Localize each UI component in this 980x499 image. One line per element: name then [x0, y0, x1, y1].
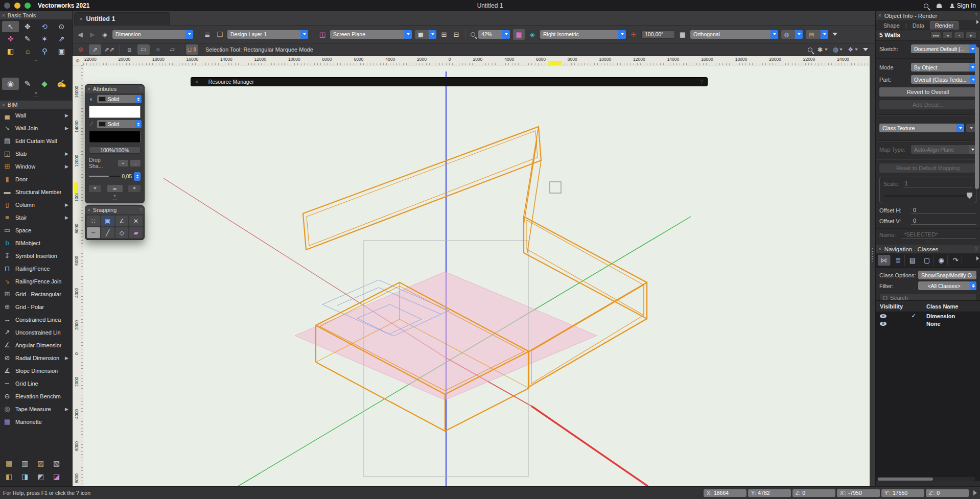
pen-color-swatch[interactable] — [89, 131, 141, 143]
render-settings-button[interactable]: ◍ — [833, 46, 843, 53]
overflow-chevron-icon[interactable] — [863, 48, 868, 51]
snap-to-tangent-button[interactable]: ╱ — [101, 227, 114, 238]
rectangular-marquee-mode-icon[interactable]: ▭ — [137, 44, 150, 55]
unified-view-button[interactable]: ▦ — [513, 29, 525, 40]
fill-color-swatch[interactable] — [89, 106, 141, 118]
shell-tool-button[interactable]: ◨ — [17, 470, 33, 482]
link-markers-button[interactable]: ∞ — [107, 185, 123, 192]
bim-tool-item[interactable]: ↘ Railing/Fence Join ▶ — [0, 275, 72, 288]
render-style-dropdown[interactable]: ▤ — [806, 30, 828, 39]
multiple-reshape-mode-icon[interactable]: ⇗⇗ — [103, 44, 115, 55]
settings-menu-button[interactable]: ✱ — [818, 46, 828, 54]
maximize-window-button[interactable] — [25, 3, 31, 9]
help-icon[interactable]: ? — [700, 79, 703, 85]
sheet-layers-tab-icon[interactable]: ▤ — [906, 255, 919, 266]
standard-view-dropdown[interactable]: Right Isometric — [540, 30, 626, 39]
visibility-cell[interactable] — [876, 321, 904, 327]
bim-tool-item[interactable]: ▮ Door ▶ — [0, 173, 72, 185]
close-icon[interactable]: × — [87, 207, 90, 213]
sketch-dropdown[interactable]: Document Default (... — [911, 44, 976, 53]
transfer-attributes-button[interactable]: ✍ — [53, 78, 70, 90]
view-style-mini-dropdown[interactable]: ▩ — [415, 30, 436, 39]
saved-views-icon[interactable]: ◈ — [100, 31, 109, 38]
shell-tool-button[interactable]: ▥ — [17, 457, 33, 469]
eye-icon[interactable] — [880, 322, 886, 326]
palette-resize-handle[interactable]: ⋯ — [876, 240, 980, 244]
bim-tool-item[interactable]: ▭ Space ▶ — [0, 224, 72, 236]
class-name-cell[interactable]: Dimension — [923, 313, 980, 319]
expand-arrow-icon[interactable] — [973, 490, 977, 495]
coordinate-field[interactable]: Y': 17550 — [881, 489, 924, 497]
mode-dropdown[interactable]: By Object — [911, 63, 976, 72]
tab-render[interactable]: Render — [930, 21, 959, 30]
minimize-icon[interactable]: − — [202, 79, 205, 85]
help-icon[interactable]: ? — [974, 246, 977, 252]
camera-tool-button[interactable]: ▣ — [53, 45, 70, 57]
forward-arrow-icon[interactable]: ▶ — [88, 31, 97, 38]
lasso-marquee-mode-icon[interactable]: ○ — [152, 44, 164, 55]
flyout-arrow-icon[interactable] — [976, 20, 979, 24]
bim-tool-item[interactable]: ↧ Symbol Insertion ▶ — [0, 249, 72, 262]
bim-tool-item[interactable]: ⊓ Railing/Fence ▶ — [0, 262, 72, 275]
bim-tool-item[interactable]: ↘ Wall Join ▶ — [0, 122, 72, 134]
panel-vertical-scrollbar[interactable] — [975, 47, 979, 189]
start-marker-dropdown[interactable] — [89, 185, 101, 192]
active-layer-dropdown[interactable]: Design Layer-1 — [227, 30, 308, 39]
close-icon[interactable]: × — [2, 13, 5, 18]
class-options-dropdown[interactable]: Show/Snap/Modify O... — [918, 271, 976, 279]
tab-shape[interactable]: Shape — [879, 21, 904, 30]
end-marker-dropdown[interactable] — [128, 185, 141, 192]
viewports-tab-icon[interactable]: ▢ — [921, 255, 934, 266]
bim-tool-item[interactable]: b BIMobject ▶ — [0, 236, 72, 249]
rotation-angle-field[interactable]: 100,00° — [641, 30, 675, 39]
revert-to-overall-button[interactable]: Revert to Overall — [879, 87, 976, 97]
horizontal-ruler[interactable]: 2200020000180001600014000120001000080006… — [83, 56, 870, 65]
bim-tool-item[interactable]: ⊕ Grid - Polar ▶ — [0, 300, 72, 313]
part-dropdown[interactable]: Overall (Class Textu... — [911, 75, 976, 84]
navigation-header[interactable]: × Navigation - Classes ? — [876, 245, 980, 253]
eye-icon[interactable] — [880, 314, 886, 318]
eyedropper-pickup-button[interactable]: ◉ — [2, 78, 19, 90]
design-layers-tab-icon[interactable]: ≣ — [892, 255, 905, 266]
visualization-tool-button[interactable]: ⌂ — [19, 45, 36, 57]
coordinate-field[interactable]: Z: 0 — [792, 489, 835, 497]
render-magnifier-icon[interactable] — [808, 47, 812, 52]
drop-shadow-settings-button[interactable]: … — [130, 160, 141, 167]
wall-selection-mode-icon[interactable]: ⊔⇕ — [186, 44, 198, 55]
back-arrow-icon[interactable]: ◀ — [76, 31, 85, 38]
object-info-header[interactable]: × Object Info - Render ? — [876, 11, 980, 20]
bim-tool-item[interactable]: ⊞ Window ▶ — [0, 160, 72, 173]
bim-tool-item[interactable]: ◱ Slab ▶ — [0, 147, 72, 160]
shell-tool-button[interactable]: ▤ — [1, 457, 17, 469]
document-tab[interactable]: × Untitled 1 — [74, 12, 170, 25]
stepper-icon[interactable] — [134, 172, 141, 181]
flyout-arrow-icon[interactable] — [976, 256, 979, 260]
visibility-column-header[interactable]: Visibility — [876, 303, 904, 310]
coordinate-field[interactable]: Y: 4782 — [748, 489, 791, 497]
zoom-level-dropdown[interactable]: 42% — [478, 30, 510, 39]
shell-tool-button[interactable]: ▨ — [33, 457, 49, 469]
class-row[interactable]: ✓ Dimension — [876, 312, 980, 320]
spotlight-search-icon[interactable] — [924, 4, 928, 8]
active-plane-dropdown[interactable]: Screen Plane — [330, 30, 412, 39]
bim-tool-item[interactable]: ⊘ Radial Dimension ▶ — [0, 351, 72, 364]
bim-tool-item[interactable]: ∡ Slope Dimension ▶ — [0, 364, 72, 377]
help-icon[interactable]: ? — [974, 13, 977, 18]
offset-h-field[interactable]: 0 — [911, 207, 976, 214]
close-icon[interactable]: × — [2, 102, 5, 108]
fill-style-dropdown[interactable]: Solid — [97, 95, 142, 103]
smart-edge-button[interactable]: ◇ — [115, 227, 129, 238]
tab-data[interactable]: Data — [908, 21, 929, 30]
class-row[interactable]: None — [876, 320, 980, 327]
object-scaling-icon[interactable]: ⧈ — [123, 44, 135, 55]
bim-tool-item[interactable]: ▯ Column ▶ — [0, 198, 72, 211]
coordinate-field[interactable]: Z': 0 — [926, 489, 969, 497]
shell-tool-button[interactable]: ▧ — [49, 457, 64, 469]
selection-tool-button[interactable]: ↖ — [2, 21, 19, 32]
disable-constraints-icon[interactable]: ⊘ — [75, 44, 87, 55]
snap-to-distance-button[interactable]: ╌ — [87, 227, 100, 238]
gem-resource-button[interactable]: ◆ — [36, 78, 53, 90]
snap-to-working-plane-button[interactable]: ▰ — [129, 227, 143, 238]
coordinate-field[interactable]: X: 18664 — [704, 489, 746, 497]
notification-icon[interactable] — [937, 4, 942, 8]
